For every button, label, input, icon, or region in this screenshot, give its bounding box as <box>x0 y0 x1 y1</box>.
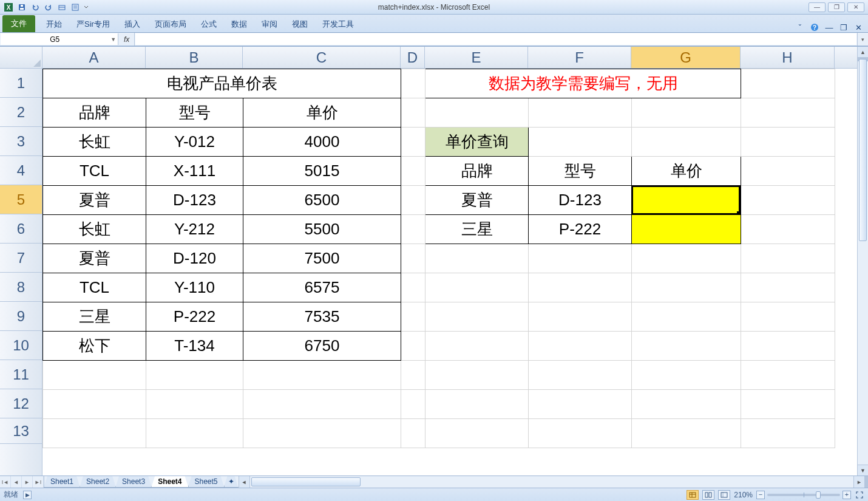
col-header-E[interactable]: E <box>425 47 528 68</box>
ribbon-tab-review[interactable]: 审阅 <box>254 16 285 32</box>
cell-H8[interactable] <box>741 273 835 302</box>
cell-A8[interactable]: TCL <box>43 273 146 302</box>
cell-A12[interactable] <box>43 390 146 419</box>
row-header-11[interactable]: 11 <box>0 360 42 389</box>
ribbon-tab-developer[interactable]: 开发工具 <box>315 16 361 32</box>
cell-A3[interactable]: 长虹 <box>43 128 146 157</box>
cell-E4[interactable]: 品牌 <box>426 157 529 186</box>
formula-input[interactable] <box>135 35 856 44</box>
qat-dropdown-icon[interactable] <box>83 2 90 13</box>
scroll-left-icon[interactable]: ◄ <box>239 476 250 488</box>
cell-G7[interactable] <box>632 244 741 273</box>
qat-custom1-icon[interactable] <box>56 2 68 13</box>
row-header-7[interactable]: 7 <box>0 244 42 273</box>
macro-record-icon[interactable]: ▶ <box>23 491 32 499</box>
cell-C7[interactable]: 7500 <box>243 244 401 273</box>
cell-E11[interactable] <box>426 361 529 390</box>
cell-E13[interactable] <box>426 419 529 448</box>
cell-C13[interactable] <box>243 419 401 448</box>
fx-icon[interactable]: fx <box>124 35 129 44</box>
zoom-out-button[interactable]: − <box>756 491 765 499</box>
cell-F2[interactable] <box>529 98 632 128</box>
sheet-tab-3[interactable]: Sheet3 <box>115 476 152 488</box>
row-header-3[interactable]: 3 <box>0 127 42 156</box>
cell-D13[interactable] <box>401 419 426 448</box>
cell-E1[interactable]: 数据为教学需要编写，无用 <box>426 69 741 98</box>
col-header-D[interactable]: D <box>401 47 425 68</box>
cell-G8[interactable] <box>632 273 741 302</box>
cell-F10[interactable] <box>529 332 632 361</box>
sheet-nav-first-icon[interactable]: I◄ <box>0 476 11 488</box>
cell-H4[interactable] <box>741 157 835 186</box>
row-header-9[interactable]: 9 <box>0 302 42 331</box>
sheet-nav-prev-icon[interactable]: ◄ <box>11 476 22 488</box>
col-header-G[interactable]: G <box>631 47 741 68</box>
cell-B9[interactable]: P-222 <box>146 302 243 332</box>
ribbon-minimize-icon[interactable]: ˇ <box>795 22 805 32</box>
cell-G13[interactable] <box>632 419 741 448</box>
workbook-close-icon[interactable]: ✕ <box>853 22 863 32</box>
cell-G4[interactable]: 单价 <box>632 157 741 186</box>
sheet-tab-5[interactable]: Sheet5 <box>188 476 225 488</box>
vertical-scrollbar[interactable]: ▲ ▼ <box>857 47 868 475</box>
cell-E5[interactable]: 夏普 <box>426 186 529 215</box>
cell-D9[interactable] <box>401 302 426 332</box>
cell-B2[interactable]: 型号 <box>146 98 243 128</box>
cell-H7[interactable] <box>741 244 835 273</box>
cell-H11[interactable] <box>741 361 835 390</box>
view-pagebreak-icon[interactable] <box>718 490 730 500</box>
cell-D10[interactable] <box>401 332 426 361</box>
qat-custom2-icon[interactable] <box>69 2 81 13</box>
name-box[interactable]: ▼ <box>1 33 118 45</box>
cell-B7[interactable]: D-120 <box>146 244 243 273</box>
cell-H3[interactable] <box>741 128 835 157</box>
row-header-10[interactable]: 10 <box>0 331 42 360</box>
cell-D11[interactable] <box>401 361 426 390</box>
sheet-tab-4[interactable]: Sheet4 <box>151 476 188 488</box>
ribbon-tab-custom[interactable]: 严Sir专用 <box>69 16 117 32</box>
cell-F4[interactable]: 型号 <box>529 157 632 186</box>
cell-E8[interactable] <box>426 273 529 302</box>
scroll-up-icon[interactable]: ▲ <box>858 47 868 58</box>
undo-icon[interactable] <box>29 2 41 13</box>
horizontal-scrollbar[interactable]: ◄ ► <box>239 476 864 488</box>
cell-A4[interactable]: TCL <box>43 157 146 186</box>
sheet-nav-last-icon[interactable]: ►I <box>33 476 44 488</box>
cell-H12[interactable] <box>741 390 835 419</box>
cell-H2[interactable] <box>741 98 835 128</box>
close-button[interactable]: ✕ <box>847 2 864 12</box>
cell-B3[interactable]: Y-012 <box>146 128 243 157</box>
vertical-scroll-thumb[interactable] <box>859 59 867 241</box>
cell-G3[interactable] <box>632 128 741 157</box>
cell-G9[interactable] <box>632 302 741 332</box>
horizontal-split-handle[interactable] <box>864 476 868 488</box>
cell-C8[interactable]: 6575 <box>243 273 401 302</box>
zoom-track[interactable] <box>767 494 840 496</box>
cell-A7[interactable]: 夏普 <box>43 244 146 273</box>
cell-G11[interactable] <box>632 361 741 390</box>
cell-B13[interactable] <box>146 419 243 448</box>
sheet-tab-2[interactable]: Sheet2 <box>80 476 116 488</box>
horizontal-scroll-thumb[interactable] <box>251 477 361 486</box>
name-box-input[interactable] <box>1 35 109 44</box>
row-header-6[interactable]: 6 <box>0 214 42 244</box>
cell-E7[interactable] <box>426 244 529 273</box>
save-icon[interactable] <box>16 2 28 13</box>
view-layout-icon[interactable] <box>702 490 714 500</box>
cell-F6[interactable]: P-222 <box>529 215 632 244</box>
cell-H5[interactable] <box>741 186 835 215</box>
help-icon[interactable]: ? <box>810 22 819 32</box>
cell-C5[interactable]: 6500 <box>243 186 401 215</box>
ribbon-tab-data[interactable]: 数据 <box>224 16 254 32</box>
cell-E6[interactable]: 三星 <box>426 215 529 244</box>
cell-A5[interactable]: 夏普 <box>43 186 146 215</box>
fullscreen-icon[interactable] <box>855 490 864 500</box>
row-header-5[interactable]: 5 <box>0 185 42 214</box>
hscroll-track[interactable] <box>250 476 853 488</box>
cell-E10[interactable] <box>426 332 529 361</box>
zoom-in-button[interactable]: + <box>843 491 851 499</box>
cell-B6[interactable]: Y-212 <box>146 215 243 244</box>
excel-icon[interactable]: X <box>2 2 15 13</box>
workbook-minimize-icon[interactable]: — <box>824 22 834 32</box>
col-header-F[interactable]: F <box>528 47 631 68</box>
